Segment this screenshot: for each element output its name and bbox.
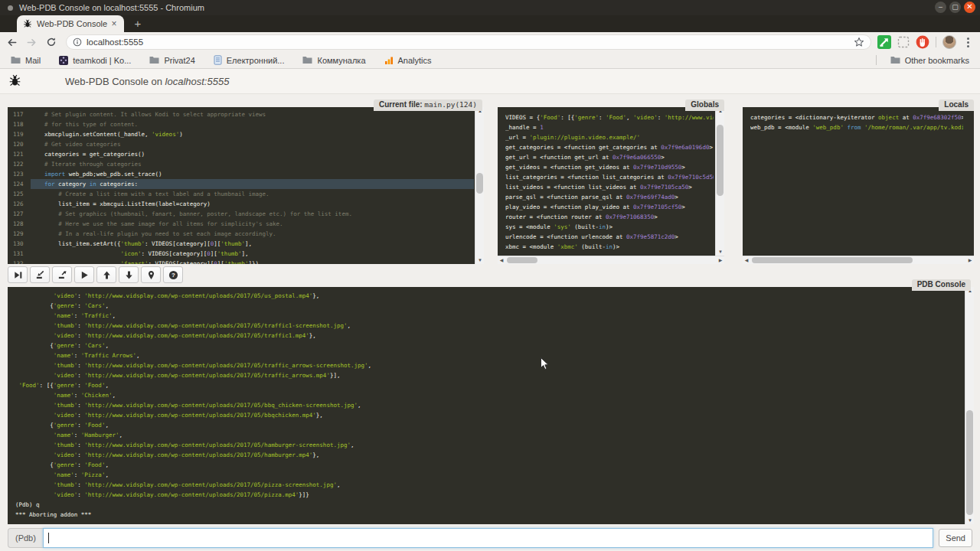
bookmark-star-icon[interactable] [854, 37, 864, 47]
down-button[interactable] [119, 266, 139, 283]
pdb-prompt-label: (Pdb) [8, 528, 43, 548]
arrow-up-icon [102, 270, 112, 280]
locals-chip: Locals [939, 99, 974, 111]
step-button[interactable] [30, 266, 50, 283]
bookmark-item[interactable]: Коммуналка [302, 56, 365, 65]
tab-favicon-bug-icon [23, 19, 32, 28]
console-line: 'Food': [{'genre': 'Food', [15, 380, 962, 390]
command-input[interactable] [43, 528, 933, 548]
window-title: Web-PDB Console on localhost:5555 - Chro… [19, 3, 204, 12]
variable-line: _handle = 1 [505, 122, 714, 132]
code-line: 126 list_item = xbmcgui.ListItem(label=c… [8, 199, 474, 209]
variable-line: VIDEOS = {'Food': [{'genre': 'Food', 'vi… [505, 112, 714, 122]
tab-close-icon[interactable]: × [109, 18, 119, 29]
code-line: 120 # Get video categories [8, 139, 474, 149]
arrow-down-icon [124, 270, 134, 280]
bookmark-item[interactable]: teamkodi | Ko... [59, 56, 131, 65]
locals-variables: categories = <dictionary-keyiterator obj… [750, 112, 963, 255]
extension-red-hand-icon[interactable] [916, 35, 929, 49]
profile-avatar[interactable] [942, 35, 956, 49]
minimize-button[interactable]: – [935, 2, 946, 13]
continue-button[interactable] [74, 266, 94, 283]
variable-line: get_categories = <function get_categorie… [505, 142, 714, 152]
code-vertical-scrollbar[interactable]: ▲ ▼ [475, 107, 484, 264]
console-line: {'genre': 'Cars', [15, 341, 962, 350]
locals-horizontal-scrollbar[interactable]: ◀ ▶ [743, 256, 974, 264]
next-button[interactable] [8, 266, 28, 283]
command-input-bar: (Pdb) Send [8, 528, 972, 548]
variable-line: xbmc = <module 'xbmc' (built-in)> [505, 242, 714, 252]
close-button[interactable]: ✕ [964, 2, 975, 13]
app-icon [8, 5, 13, 11]
code-line: 125 # Create a list item with a text lab… [8, 189, 474, 199]
browser-tab[interactable]: Web-PDB Console on loca × [17, 15, 124, 32]
code-line: 131 'icon': VIDEOS[category][0]['thumb']… [8, 249, 474, 259]
back-icon[interactable] [3, 34, 20, 51]
url-text[interactable]: localhost:5555 [87, 37, 854, 47]
step-next-icon [13, 270, 23, 280]
variable-line: play_video = <function play_video at 0x7… [505, 202, 714, 212]
reload-icon[interactable] [43, 34, 60, 51]
up-button[interactable] [96, 266, 116, 283]
variable-line: router = <function router at 0x7f9e71068… [505, 212, 714, 222]
extension-green-arrow-icon[interactable] [877, 35, 891, 49]
step-out-icon [57, 270, 67, 280]
bookmark-item[interactable]: Електронний... [214, 55, 285, 65]
console-line: 'thumb': 'http://www.vidsplay.com/wp-con… [15, 360, 962, 370]
forward-icon [23, 34, 40, 51]
tab-strip: Web-PDB Console on loca × + [0, 15, 980, 32]
variable-line: web_pdb = <module 'web_pdb' from '/home/… [750, 122, 963, 132]
console-line: 'name': 'Chicken', [15, 390, 962, 400]
where-button[interactable] [141, 266, 161, 283]
bookmark-item[interactable]: Mail [11, 56, 41, 65]
globals-panel: VIDEOS = {'Food': [{'genre': 'Food', 'vi… [498, 107, 724, 264]
help-button[interactable]: ? [163, 266, 183, 283]
bookmark-label: Privat24 [164, 56, 194, 65]
console-line: 'video': 'http://www.vidsplay.com/wp-con… [15, 331, 962, 341]
console-line: {'genre': 'Food', [15, 460, 962, 470]
extension-placeholder-icon[interactable] [897, 36, 910, 48]
mouse-cursor [540, 357, 550, 374]
new-tab-button[interactable]: + [130, 17, 145, 31]
text-caret [48, 533, 49, 543]
globals-vertical-scrollbar[interactable]: ▲ ▼ [715, 107, 724, 256]
code-line: 121 categories = get_categories() [8, 149, 474, 159]
globals-horizontal-scrollbar[interactable]: ◀ ▶ [498, 256, 724, 264]
document-icon [214, 55, 222, 65]
console-output: 'video': 'http://www.vidsplay.com/wp-con… [15, 291, 962, 521]
code-line: 132 'fanart': VIDEOS[category][0]['thumb… [8, 259, 474, 264]
browser-menu-icon[interactable] [962, 37, 974, 47]
variable-line: urlencode = <function urlencode at 0x7f9… [505, 232, 714, 242]
folder-icon [11, 56, 21, 64]
current-file-panel: 117 # Set plugin content. It allows Kodi… [8, 107, 484, 264]
variable-line: sys = <module 'sys' (built-in)> [505, 222, 714, 232]
console-line: 'video': 'http://www.vidsplay.com/wp-con… [15, 410, 962, 420]
site-info-icon[interactable] [73, 37, 82, 47]
other-bookmarks-button[interactable]: Other bookmarks [890, 56, 969, 65]
globals-chip: Globals [685, 99, 724, 111]
bookmark-item[interactable]: Privat24 [149, 56, 194, 65]
page-header: Web-PDB Console on localhost:5555 [0, 69, 980, 94]
source-code: 117 # Set plugin content. It allows Kodi… [8, 109, 474, 264]
bookmark-item[interactable]: Analytics [384, 56, 432, 65]
bookmark-label: Електронний... [227, 56, 285, 65]
map-marker-icon [146, 270, 156, 280]
folder-icon [890, 56, 900, 64]
code-line: 119 xbmcplugin.setContent(_handle, 'vide… [8, 129, 474, 139]
console-line: 'thumb': 'http://www.vidsplay.com/wp-con… [15, 321, 962, 331]
console-line: 'video': 'http://www.vidsplay.com/wp-con… [15, 490, 962, 500]
maximize-button[interactable]: ▢ [949, 2, 961, 13]
bookmarks-divider [876, 55, 877, 65]
console-vertical-scrollbar[interactable]: ▲ ▼ [965, 287, 974, 524]
return-button[interactable] [52, 266, 72, 283]
console-line: {'genre': 'Cars', [15, 301, 962, 311]
variable-line: list_videos = <function list_videos at 0… [505, 182, 714, 192]
console-line: 'name': 'Traffic', [15, 311, 962, 321]
address-bar[interactable]: localhost:5555 [66, 34, 871, 50]
console-line: 'video': 'http://www.vidsplay.com/wp-con… [15, 370, 962, 380]
web-pdb-logo-bug-icon [8, 74, 21, 90]
console-line: 'video': 'http://www.vidsplay.com/wp-con… [15, 291, 962, 301]
send-button[interactable]: Send [939, 529, 972, 547]
toolbar-divider [936, 37, 936, 47]
console-line: (Pdb) q [15, 500, 962, 510]
